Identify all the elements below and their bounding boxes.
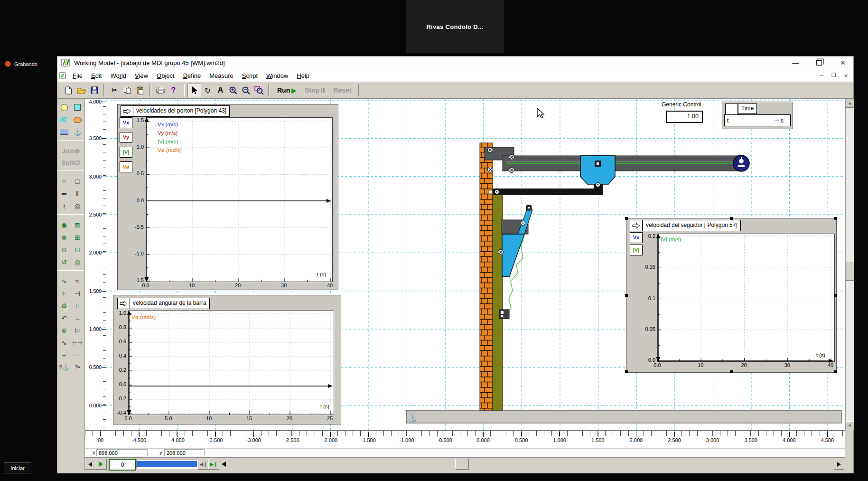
meter-chart-1[interactable]: velocidades del porton [Polygon 43]VxVy|… <box>117 104 338 290</box>
vertical-guide-bar[interactable] <box>493 189 503 410</box>
selection-handle[interactable] <box>730 217 733 220</box>
point-tool[interactable]: ○ <box>57 175 71 188</box>
keyed-slot-joint-tool[interactable]: ⊞ <box>71 231 84 244</box>
pulley-corner-tool[interactable]: ⌐ <box>57 349 71 361</box>
text-tool-button[interactable]: A <box>214 84 227 97</box>
legend-button-Vy[interactable]: Vy <box>120 132 132 143</box>
zoom-out-button[interactable] <box>240 84 252 97</box>
cut-button[interactable]: ✂ <box>108 84 121 97</box>
menu-measure[interactable]: Measure <box>205 70 238 81</box>
print-button[interactable] <box>154 84 167 97</box>
open-button[interactable] <box>75 84 88 97</box>
polygon-body-tool[interactable] <box>57 113 71 126</box>
brick-wall[interactable] <box>480 143 493 410</box>
actuator-tool[interactable]: ⊨ <box>71 324 84 337</box>
selection-handle[interactable] <box>834 294 837 297</box>
square-body-tool[interactable] <box>71 101 84 113</box>
legend-button-V[interactable]: |V| <box>630 245 643 255</box>
horizontal-slot-tool[interactable]: ═ <box>57 188 71 200</box>
rigid-joint-tool[interactable]: ⊠ <box>71 219 84 231</box>
square-pin-tool[interactable]: ⊡ <box>71 244 84 256</box>
scroll-up-button[interactable]: ▲ <box>846 99 854 108</box>
vertical-scroll-thumb[interactable] <box>846 262 854 281</box>
generic-control-value[interactable]: 1.00 <box>666 111 703 123</box>
curved-slot-joint-tool[interactable]: ↺ <box>57 256 71 268</box>
help-button[interactable]: ? <box>167 84 180 97</box>
curved-body-tool[interactable] <box>71 113 84 126</box>
copy-button[interactable] <box>121 84 134 97</box>
split-button[interactable]: Split∅ <box>57 157 84 169</box>
child-restore-button[interactable]: ❒ <box>831 72 837 79</box>
selection-handle[interactable] <box>625 294 628 297</box>
force-tool[interactable]: → <box>71 312 84 324</box>
slot-joint-tool[interactable]: ⊕ <box>57 231 71 244</box>
separator-tool[interactable]: ⊢⊣ <box>71 337 84 349</box>
minimize-button[interactable]: — <box>789 58 802 67</box>
scroll-down-button[interactable]: ▼ <box>846 421 854 430</box>
paste-button[interactable] <box>134 84 147 97</box>
damper-tool[interactable]: ⊦ <box>57 287 71 300</box>
rod-tool[interactable]: ⊣ <box>71 287 84 300</box>
start-button[interactable]: Iniciar <box>4 462 31 473</box>
rope-tool[interactable]: ≈ <box>71 275 84 287</box>
menu-window[interactable]: Window <box>262 70 292 81</box>
restore-button[interactable] <box>812 58 826 67</box>
reset-button[interactable]: Reset <box>329 86 355 94</box>
meter-arrow-icon[interactable] <box>117 298 130 309</box>
selection-handle[interactable] <box>834 217 837 220</box>
save-button[interactable] <box>88 84 101 97</box>
meter-chart-2[interactable]: velocidad angular de la barra1.00.80.60.… <box>113 295 341 424</box>
meter-arrow-icon[interactable] <box>121 105 133 117</box>
menu-file[interactable]: File <box>68 70 87 81</box>
closed-slot-tool[interactable]: ◎ <box>71 200 84 212</box>
simulation-workspace[interactable]: ⚓ <box>106 99 845 430</box>
menu-define[interactable]: Define <box>179 70 205 81</box>
slider-block[interactable] <box>580 156 615 184</box>
new-button[interactable] <box>62 84 75 97</box>
query-point-tool[interactable]: ?• <box>71 361 84 374</box>
circle-body-tool[interactable] <box>57 101 71 113</box>
selection-handle[interactable] <box>625 370 628 373</box>
frame-counter[interactable]: 0 <box>109 459 136 471</box>
slot-block[interactable] <box>499 310 509 319</box>
gear-tool[interactable]: ⚙ <box>57 300 71 312</box>
anchor-tool[interactable]: ⚓ <box>71 126 84 138</box>
run-button[interactable]: Run ▶ <box>273 86 300 94</box>
child-minimize-button[interactable]: ─ <box>818 72 825 79</box>
close-button[interactable]: × <box>836 58 849 67</box>
menu-edit[interactable]: Edit <box>87 70 106 81</box>
measure-rod-tool[interactable]: — <box>71 349 84 361</box>
tape-progress-bar[interactable] <box>136 460 198 469</box>
selection-handle[interactable] <box>730 370 733 373</box>
selection-handle[interactable] <box>834 370 837 373</box>
zoom-window-button[interactable] <box>252 84 265 97</box>
join-button[interactable]: Join⊛ <box>57 145 84 157</box>
tape-rewind-button[interactable]: ◀❙ <box>198 459 209 470</box>
curve-tool[interactable]: ∿ <box>57 337 71 349</box>
meter-arrow-icon[interactable] <box>630 220 643 231</box>
motor-tool[interactable]: ⊚ <box>57 324 71 337</box>
vertical-slot-tool[interactable]: ‖ <box>71 188 84 200</box>
tape-play-button[interactable] <box>95 459 107 470</box>
meter-arrow-icon[interactable] <box>725 104 738 115</box>
query-anchor-tool[interactable]: ?⚓ <box>57 361 71 374</box>
scroll-right-button[interactable] <box>834 459 844 470</box>
pin-joint-tool[interactable]: ◉ <box>57 219 71 231</box>
menu-world[interactable]: World <box>106 70 131 81</box>
horizontal-scroll-thumb[interactable] <box>455 459 469 470</box>
motor[interactable] <box>733 155 749 171</box>
meter-chart-3[interactable]: velocidad del seguidor [ Polygon 57]Vx|V… <box>626 218 837 373</box>
stop-button[interactable]: Stop <box>300 86 329 94</box>
pin-slot-tool[interactable]: ⊙ <box>57 244 71 256</box>
square-point-tool[interactable]: □ <box>71 175 84 188</box>
menu-view[interactable]: View <box>131 70 152 81</box>
title-bar[interactable]: Working Model - [trabajo de MDI grupo 45… <box>57 57 853 69</box>
rotate-tool-button[interactable]: ↻ <box>201 84 214 97</box>
spring-tool[interactable]: ∿ <box>57 275 71 287</box>
arrow-tool-button[interactable] <box>187 84 201 97</box>
menu-help[interactable]: Help <box>292 70 314 81</box>
torque-tool[interactable]: ↶ <box>57 312 71 324</box>
tape-forward-button[interactable]: ▶❙ <box>208 459 219 470</box>
tape-step-back-button[interactable] <box>85 459 95 470</box>
curved-slot-tool[interactable]: ≀ <box>57 200 71 212</box>
